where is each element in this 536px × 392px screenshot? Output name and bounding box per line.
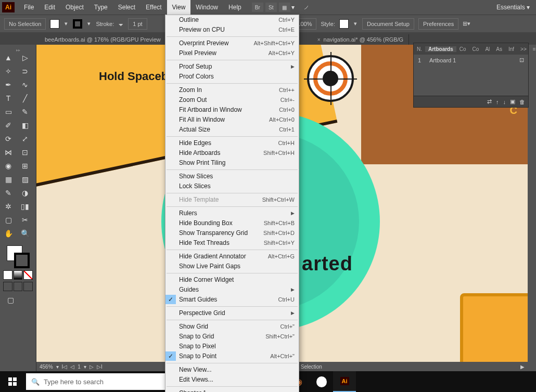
arrange-docs-icon[interactable]: ▦ <box>279 3 290 12</box>
stroke-weight-dec[interactable]: 🞃 <box>118 21 124 27</box>
style-dd-icon[interactable]: ▾ <box>353 21 358 27</box>
type-tool[interactable]: T <box>0 92 17 105</box>
illustrator-taskbar-icon[interactable]: Ai <box>333 371 356 392</box>
workspace-switcher[interactable]: Essentials ▾ <box>492 4 534 11</box>
menu-item-hide-bounding-box[interactable]: Hide Bounding BoxShift+Ctrl+B <box>165 218 299 228</box>
lasso-tool[interactable]: ⊃ <box>17 64 33 78</box>
curvature-tool[interactable]: ∿ <box>17 78 33 92</box>
document-setup-button[interactable]: Document Setup <box>362 18 414 30</box>
artboard-number[interactable]: 1 <box>78 364 81 370</box>
slice-tool[interactable]: ✂ <box>17 213 33 227</box>
menu-item-new-view-[interactable]: New View... <box>165 365 299 375</box>
zoom-tool[interactable]: 🔍 <box>17 227 33 240</box>
nav-prev-icon[interactable]: ◁ <box>70 364 74 370</box>
eyedropper-tool[interactable]: ✎ <box>0 186 17 200</box>
menu-item-perspective-grid[interactable]: Perspective Grid▶ <box>165 308 299 318</box>
panel-tab[interactable]: Co <box>456 46 469 52</box>
magic-wand-tool[interactable]: ✧ <box>0 64 17 78</box>
menu-view[interactable]: View <box>167 0 191 15</box>
move-down-icon[interactable]: ↓ <box>503 99 506 105</box>
menu-item-hide-text-threads[interactable]: Hide Text ThreadsShift+Ctrl+Y <box>165 238 299 248</box>
stroke-swatch[interactable] <box>73 19 82 29</box>
preferences-button[interactable]: Preferences <box>418 18 458 30</box>
fill-stroke-control[interactable] <box>7 245 30 268</box>
eraser-tool[interactable]: ◧ <box>17 119 33 132</box>
zoom-level[interactable]: 456% <box>40 364 53 370</box>
menu-item-edit-views-[interactable]: Edit Views... <box>165 375 299 385</box>
scale-tool[interactable]: ⤢ <box>17 132 33 146</box>
blend-tool[interactable]: ◑ <box>17 186 33 200</box>
nav-next-icon[interactable]: ▷ <box>90 364 94 370</box>
menu-item-show-print-tiling[interactable]: Show Print Tiling <box>165 158 299 168</box>
menu-item-hide-artboards[interactable]: Hide ArtboardsShift+Ctrl+H <box>165 148 299 158</box>
move-up-icon[interactable]: ↑ <box>496 99 499 105</box>
panel-tab[interactable]: N. <box>414 46 425 52</box>
hand-tool[interactable]: ✋ <box>0 227 17 240</box>
menu-item-proof-setup[interactable]: Proof Setup▶ <box>165 62 299 72</box>
menu-file[interactable]: File <box>19 0 39 15</box>
chrome-icon[interactable]: ◉ <box>310 371 333 392</box>
artboard-dd-icon[interactable]: ▾ <box>84 364 86 370</box>
panel-menu-icon[interactable]: ≡ <box>530 46 536 52</box>
menu-item-zoom-in[interactable]: Zoom InCtrl++ <box>165 85 299 95</box>
artboard-options-icon[interactable]: ⊡ <box>519 57 524 63</box>
menu-item-chapter-1[interactable]: Chapter 1 <box>165 388 299 392</box>
bridge-icon[interactable]: Br <box>252 3 263 12</box>
screen-mode[interactable]: ▢ <box>2 293 19 307</box>
zoom-dd-icon[interactable]: ▾ <box>56 364 59 370</box>
menu-item-smart-guides[interactable]: ✓Smart GuidesCtrl+U <box>165 295 299 305</box>
menu-item-preview-on-cpu[interactable]: Preview on CPUCtrl+E <box>165 25 299 35</box>
menu-item-zoom-out[interactable]: Zoom OutCtrl+- <box>165 95 299 105</box>
menu-item-fit-artboard-in-window[interactable]: Fit Artboard in WindowCtrl+0 <box>165 105 299 115</box>
menu-item-guides[interactable]: Guides▶ <box>165 285 299 295</box>
start-button[interactable] <box>0 371 25 392</box>
align-icon[interactable]: ⊞▾ <box>463 20 470 27</box>
stock-icon[interactable]: St <box>265 3 277 12</box>
menu-item-lock-slices[interactable]: Lock Slices <box>165 181 299 191</box>
none-mode[interactable] <box>23 270 33 280</box>
selection-tool[interactable]: ▲ <box>0 51 17 64</box>
menu-item-hide-gradient-annotator[interactable]: Hide Gradient AnnotatorAlt+Ctrl+G <box>165 252 299 262</box>
menu-item-show-transparency-grid[interactable]: Show Transparency GridShift+Ctrl+D <box>165 228 299 238</box>
stroke-weight[interactable]: 1 pt <box>128 18 147 30</box>
perspective-tool[interactable]: ⊞ <box>17 159 33 173</box>
menu-item-hide-corner-widget[interactable]: Hide Corner Widget <box>165 275 299 285</box>
rearrange-icon[interactable]: ⇄ <box>487 98 492 105</box>
shaper-tool[interactable]: ✐ <box>0 119 17 132</box>
panel-tab[interactable]: Inf <box>505 46 517 52</box>
menu-item-fit-all-in-window[interactable]: Fit All in WindowAlt+Ctrl+0 <box>165 115 299 125</box>
menu-item-actual-size[interactable]: Actual SizeCtrl+1 <box>165 125 299 135</box>
document-tab[interactable]: beeArtboards.ai @ 176% (RGB/GPU Preview <box>40 34 167 45</box>
menu-item-show-grid[interactable]: Show GridCtrl+" <box>165 322 299 332</box>
stroke-dd-icon[interactable]: ▾ <box>86 21 92 27</box>
draw-normal[interactable] <box>3 282 12 291</box>
dropdown-icon[interactable]: ▾ <box>290 5 296 10</box>
shape-builder-tool[interactable]: ◉ <box>0 159 17 173</box>
graph-tool[interactable]: ▯▮ <box>17 200 33 213</box>
pen-tool[interactable]: ✒ <box>0 78 17 92</box>
artboard-tool[interactable]: ▢ <box>0 213 17 227</box>
mesh-tool[interactable]: ▦ <box>0 173 17 186</box>
gpu-icon[interactable]: ⟋ <box>303 3 310 11</box>
new-artboard-icon[interactable]: ▣ <box>510 98 515 105</box>
close-icon[interactable]: × <box>317 37 321 43</box>
nav-last-icon[interactable]: ▷I <box>97 364 103 370</box>
panel-tab[interactable]: As <box>493 46 505 52</box>
width-tool[interactable]: ⋈ <box>0 146 17 159</box>
menu-item-show-slices[interactable]: Show Slices <box>165 172 299 181</box>
menu-type[interactable]: Type <box>89 0 113 15</box>
direct-selection-tool[interactable]: ▷ <box>17 51 33 64</box>
menu-window[interactable]: Window <box>190 0 223 15</box>
menu-object[interactable]: Object <box>60 0 89 15</box>
nav-first-icon[interactable]: I◁ <box>62 364 68 370</box>
menu-help[interactable]: Help <box>223 0 247 15</box>
gradient-mode[interactable] <box>14 270 23 280</box>
menu-item-pixel-preview[interactable]: Pixel PreviewAlt+Ctrl+Y <box>165 48 299 58</box>
gradient-tool[interactable]: ▨ <box>17 173 33 186</box>
document-tab[interactable]: ×navigation.ai* @ 456% (RGB/G <box>312 34 409 45</box>
panel-more-icon[interactable]: >> <box>517 46 530 52</box>
panel-tab[interactable]: Artboards <box>425 46 456 52</box>
menu-item-outline[interactable]: OutlineCtrl+Y <box>165 15 299 25</box>
rotate-tool[interactable]: ⟳ <box>0 132 17 146</box>
scroll-nav-icon[interactable]: ▶ <box>520 364 525 370</box>
